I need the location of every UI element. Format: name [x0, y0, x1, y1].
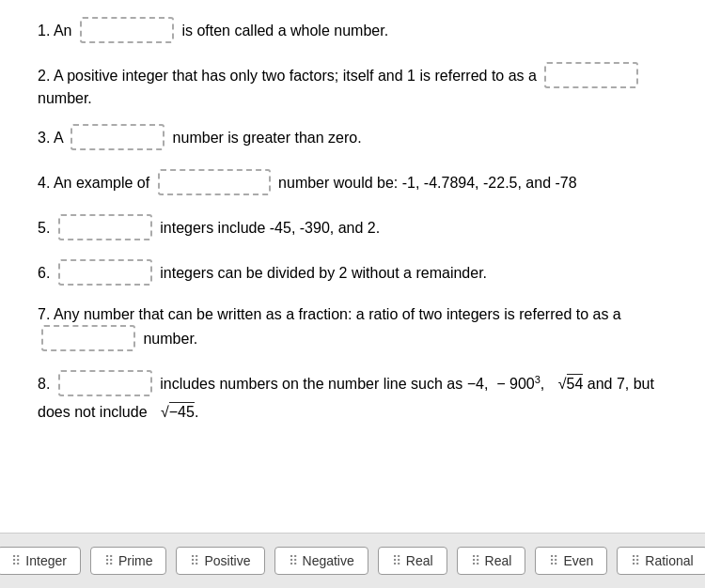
question-3: 3. A number is greater than zero.: [38, 126, 667, 152]
questions-area: 1. An is often called a whole number. 2.…: [0, 0, 705, 534]
chip-real-2-label: Real: [485, 553, 512, 568]
q1-blank[interactable]: [80, 17, 174, 43]
q5-suffix: integers include -45, -390, and 2.: [160, 220, 380, 236]
q8-blank[interactable]: [58, 370, 152, 396]
chip-rational-label: Rational: [645, 553, 693, 568]
question-1: 1. An is often called a whole number.: [38, 19, 667, 45]
drag-icon-even: ⠿: [549, 553, 557, 568]
q5-prefix: 5.: [38, 220, 50, 236]
q4-prefix: 4. An example of: [38, 175, 149, 191]
chip-real-1-label: Real: [406, 553, 433, 568]
chip-negative[interactable]: ⠿ Negative: [274, 547, 368, 575]
question-4: 4. An example of number would be: -1, -4…: [38, 171, 667, 197]
q7-blank[interactable]: [41, 325, 135, 351]
q4-blank[interactable]: [158, 169, 271, 195]
q8-text1: includes numbers on the number line such…: [160, 376, 654, 392]
q8-suffix: does not include √−45.: [38, 404, 198, 420]
q5-blank[interactable]: [58, 214, 152, 240]
answer-chips-bar: ⠿ Integer ⠿ Prime ⠿ Positive ⠿ Negative …: [0, 533, 705, 588]
chip-prime-label: Prime: [118, 553, 153, 568]
chip-prime[interactable]: ⠿ Prime: [90, 547, 167, 575]
drag-icon-real-2: ⠿: [471, 553, 479, 568]
q2-prefix: 2. A positive integer that has only two …: [38, 68, 537, 84]
question-5: 5. integers include -45, -390, and 2.: [38, 216, 667, 242]
q7-suffix: number.: [143, 331, 197, 347]
question-6: 6. integers can be divided by 2 without …: [38, 261, 667, 287]
drag-icon-integer: ⠿: [11, 553, 20, 568]
drag-icon-rational: ⠿: [631, 553, 639, 568]
chip-real-2[interactable]: ⠿ Real: [457, 547, 526, 575]
q3-prefix: 3. A: [38, 130, 63, 146]
q1-prefix: 1. An: [38, 23, 71, 39]
q1-suffix: is often called a whole number.: [181, 23, 388, 39]
chip-even[interactable]: ⠿ Even: [535, 547, 607, 575]
question-8: 8. includes numbers on the number line s…: [38, 372, 667, 421]
question-2: 2. A positive integer that has only two …: [38, 64, 667, 107]
drag-icon-real-1: ⠿: [392, 553, 400, 568]
q8-prefix: 8.: [38, 376, 50, 392]
chip-real-1[interactable]: ⠿ Real: [378, 547, 447, 575]
chip-integer-label: Integer: [25, 553, 67, 568]
chip-rational[interactable]: ⠿ Rational: [617, 547, 705, 575]
drag-icon-negative: ⠿: [289, 553, 297, 568]
chip-positive-label: Positive: [204, 553, 250, 568]
drag-icon-prime: ⠿: [104, 553, 113, 568]
q4-suffix: number would be: -1, -4.7894, -22.5, and…: [278, 175, 577, 191]
chip-even-label: Even: [563, 553, 593, 568]
drag-icon-positive: ⠿: [190, 553, 198, 568]
q2-blank[interactable]: [544, 62, 638, 88]
question-7: 7. Any number that can be written as a f…: [38, 306, 667, 353]
q3-suffix: number is greater than zero.: [173, 130, 362, 146]
chip-positive[interactable]: ⠿ Positive: [176, 547, 264, 575]
q6-blank[interactable]: [58, 259, 152, 286]
chip-negative-label: Negative: [303, 553, 354, 568]
chip-integer[interactable]: ⠿ Integer: [0, 547, 81, 575]
q6-suffix: integers can be divided by 2 without a r…: [160, 265, 487, 281]
q7-prefix: 7. Any number that can be written as a f…: [38, 306, 621, 322]
q6-prefix: 6.: [38, 265, 50, 281]
main-container: 1. An is often called a whole number. 2.…: [0, 0, 705, 588]
q2-suffix: number.: [38, 90, 92, 106]
q3-blank[interactable]: [70, 124, 164, 150]
